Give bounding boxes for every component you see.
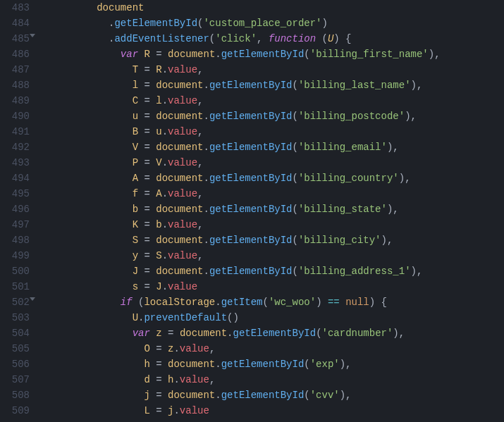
token-var: A bbox=[133, 173, 138, 184]
line-number[interactable]: 502 bbox=[4, 294, 30, 310]
token-pn: . bbox=[173, 374, 179, 385]
token-pn: ( bbox=[304, 49, 309, 60]
code-area[interactable]: document .getElementById('custom_place_o… bbox=[37, 0, 504, 422]
line-number[interactable]: 493 bbox=[4, 155, 30, 170]
code-line[interactable]: y = S.value, bbox=[49, 248, 504, 263]
line-number[interactable]: 487 bbox=[4, 62, 30, 77]
line-number[interactable]: 484 bbox=[4, 15, 30, 31]
token-obj: document bbox=[156, 173, 203, 184]
line-number[interactable]: 485 bbox=[4, 31, 30, 46]
token-pn: = bbox=[138, 281, 156, 292]
token-str: 'billing_address_1' bbox=[298, 266, 411, 277]
code-line[interactable]: if (localStorage.getItem('wc_woo') == nu… bbox=[49, 294, 504, 310]
token-var: R bbox=[156, 64, 161, 75]
token-pn: . bbox=[162, 157, 168, 168]
code-line[interactable]: s = J.value bbox=[49, 279, 504, 294]
code-line[interactable]: var z = document.getElementById('cardnum… bbox=[49, 325, 504, 341]
code-line[interactable]: B = u.value, bbox=[49, 124, 504, 139]
token-pn: ), bbox=[411, 80, 423, 91]
code-line[interactable]: K = b.value, bbox=[49, 217, 504, 232]
token-pn: ( bbox=[316, 33, 328, 44]
code-line[interactable]: P = V.value, bbox=[49, 155, 504, 170]
code-line[interactable]: S = document.getElementById('billing_cit… bbox=[49, 232, 504, 248]
token-prop: value bbox=[168, 219, 197, 230]
token-var: A bbox=[156, 188, 161, 199]
line-number[interactable]: 500 bbox=[4, 263, 30, 279]
token-obj: localStorage bbox=[144, 297, 215, 308]
token-var: d bbox=[144, 374, 149, 385]
line-number[interactable]: 486 bbox=[4, 46, 30, 62]
line-number[interactable]: 489 bbox=[4, 93, 30, 108]
token-str: 'billing_country' bbox=[298, 173, 399, 184]
line-number[interactable]: 491 bbox=[4, 124, 30, 139]
line-number[interactable]: 504 bbox=[4, 325, 30, 341]
code-line[interactable]: J = document.getElementById('billing_add… bbox=[49, 263, 504, 279]
token-prop: value bbox=[168, 281, 197, 292]
line-number[interactable]: 488 bbox=[4, 77, 30, 93]
token-method: getElementById bbox=[233, 328, 316, 339]
line-number[interactable]: 497 bbox=[4, 217, 30, 232]
code-line[interactable]: document bbox=[49, 0, 504, 15]
token-pn: ), bbox=[340, 390, 352, 401]
code-line[interactable]: f = A.value, bbox=[49, 186, 504, 201]
line-number[interactable]: 508 bbox=[4, 387, 30, 403]
code-line[interactable]: T = R.value, bbox=[49, 62, 504, 77]
line-number[interactable]: 509 bbox=[4, 403, 30, 418]
line-number[interactable]: 507 bbox=[4, 372, 30, 387]
token-pn: , bbox=[197, 126, 203, 137]
token-pn: ), bbox=[399, 173, 411, 184]
code-line[interactable]: .getElementById('custom_place_order') bbox=[49, 15, 504, 31]
line-number[interactable]: 492 bbox=[4, 139, 30, 155]
line-number[interactable]: 495 bbox=[4, 186, 30, 201]
token-pn: . bbox=[173, 405, 179, 416]
code-line[interactable]: A = document.getElementById('billing_cou… bbox=[49, 170, 504, 186]
token-kw: var bbox=[121, 49, 138, 60]
token-pn: = bbox=[138, 80, 156, 91]
code-line[interactable]: j = document.getElementById('cvv'), bbox=[49, 387, 504, 403]
token-prop: value bbox=[168, 250, 197, 261]
token-pn: . bbox=[215, 390, 221, 401]
token-var: u bbox=[133, 111, 138, 122]
token-const: null bbox=[345, 297, 369, 308]
code-line[interactable]: C = l.value, bbox=[49, 93, 504, 108]
token-obj: document bbox=[156, 266, 203, 277]
token-prop: value bbox=[168, 157, 197, 168]
code-line[interactable]: U.preventDefault() bbox=[49, 310, 504, 325]
line-number[interactable]: 494 bbox=[4, 170, 30, 186]
token-pn: . bbox=[227, 328, 233, 339]
line-number[interactable]: 506 bbox=[4, 356, 30, 372]
token-obj: document bbox=[156, 142, 203, 153]
code-line[interactable]: u = document.getElementById('billing_pos… bbox=[49, 108, 504, 124]
line-number[interactable]: 490 bbox=[4, 108, 30, 124]
line-number[interactable]: 501 bbox=[4, 279, 30, 294]
code-line[interactable]: O = z.value, bbox=[49, 341, 504, 356]
token-pn: = bbox=[150, 359, 168, 370]
token-pn: ( bbox=[304, 390, 309, 401]
code-line[interactable]: .addEventListener('click', function (U) … bbox=[49, 31, 504, 46]
token-pn: . bbox=[203, 204, 209, 215]
token-pn: . bbox=[203, 235, 209, 246]
line-number[interactable]: 496 bbox=[4, 201, 30, 217]
line-number[interactable]: 505 bbox=[4, 341, 30, 356]
token-method: getElementById bbox=[209, 111, 293, 122]
line-number[interactable]: 503 bbox=[4, 310, 30, 325]
code-line[interactable]: h = document.getElementById('exp'), bbox=[49, 356, 504, 372]
token-var: j bbox=[144, 390, 149, 401]
line-number[interactable]: 498 bbox=[4, 232, 30, 248]
token-pn: = bbox=[138, 235, 156, 246]
code-line[interactable]: d = h.value, bbox=[49, 372, 504, 387]
token-obj: document bbox=[180, 328, 227, 339]
line-number[interactable]: 483 bbox=[4, 0, 30, 15]
code-line[interactable]: l = document.getElementById('billing_las… bbox=[49, 77, 504, 93]
fold-indicator-icon[interactable] bbox=[30, 34, 35, 37]
code-line[interactable]: var R = document.getElementById('billing… bbox=[49, 46, 504, 62]
line-number[interactable]: 499 bbox=[4, 248, 30, 263]
token-pn: , bbox=[197, 64, 203, 75]
code-line[interactable]: L = j.value bbox=[49, 403, 504, 418]
fold-indicator-icon[interactable] bbox=[30, 297, 35, 301]
token-var: f bbox=[133, 188, 138, 199]
token-var: V bbox=[133, 142, 138, 153]
code-line[interactable]: b = document.getElementById('billing_sta… bbox=[49, 201, 504, 217]
code-line[interactable]: V = document.getElementById('billing_ema… bbox=[49, 139, 504, 155]
line-number-gutter[interactable]: 4834844854864874884894904914924934944954… bbox=[0, 0, 37, 422]
